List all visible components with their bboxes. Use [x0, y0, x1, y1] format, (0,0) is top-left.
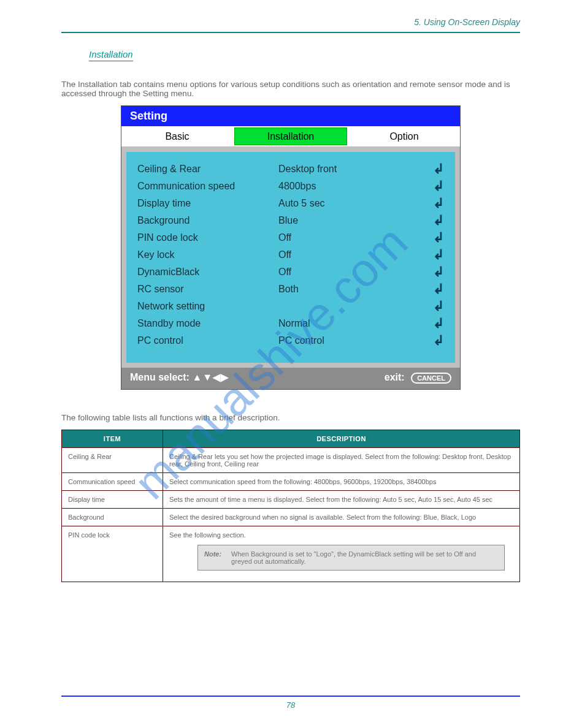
cell-desc: Select communication speed from the foll…	[163, 473, 520, 491]
table-row: Display time Sets the amount of time a m…	[62, 491, 520, 509]
cell-desc: Sets the amount of time a menu is displa…	[163, 491, 520, 509]
osd-row-label: Background	[137, 215, 278, 226]
table-row: PIN code lock See the following section.…	[62, 526, 520, 582]
osd-row[interactable]: PC controlPC control↲	[137, 332, 444, 349]
osd-row-label: PC control	[137, 335, 278, 346]
section-tip: The Installation tab contains menu optio…	[61, 80, 520, 98]
osd-row[interactable]: Key lockOff↲	[137, 246, 444, 264]
osd-row[interactable]: Network setting↲	[137, 298, 444, 315]
cell-item: PIN code lock	[62, 526, 163, 582]
table-intro: The following table lists all functions …	[61, 413, 520, 422]
enter-icon: ↲	[432, 316, 444, 332]
tab-basic[interactable]: Basic	[121, 126, 233, 146]
cell-item: Display time	[62, 491, 163, 509]
osd-row-label: Network setting	[137, 301, 278, 312]
osd-row-label: Display time	[137, 198, 278, 209]
enter-icon: ↲	[432, 247, 444, 263]
osd-row-label: PIN code lock	[137, 232, 278, 243]
tab-bar: Basic Installation Option	[121, 126, 460, 147]
arrow-icons: ▲▼◀▶	[192, 372, 229, 382]
enter-icon: ↲	[432, 178, 444, 194]
table-row: Ceiling & Rear Ceiling & Rear lets you s…	[62, 448, 520, 473]
page-header: 5. Using On-Screen Display	[61, 17, 520, 33]
osd-row[interactable]: Ceiling & RearDesktop front↲	[137, 161, 444, 178]
osd-row-label: Communication speed	[137, 181, 278, 192]
panel-footer: Menu select: ▲▼◀▶ exit: CANCEL	[121, 368, 460, 389]
footer-left-label: Menu select:	[130, 372, 190, 382]
osd-row[interactable]: DynamicBlackOff↲	[137, 264, 444, 281]
osd-row-label: RC sensor	[137, 284, 278, 295]
cell-desc: See the following section.	[169, 531, 246, 539]
table-row: Background Select the desired background…	[62, 509, 520, 526]
osd-row[interactable]: BackgroundBlue↲	[137, 212, 444, 229]
enter-icon: ↲	[432, 230, 444, 246]
enter-icon: ↲	[432, 264, 444, 280]
osd-row-label: Key lock	[137, 249, 278, 260]
tab-installation[interactable]: Installation	[234, 127, 347, 145]
col-item: ITEM	[62, 430, 163, 448]
osd-row-value: Normal	[278, 318, 432, 329]
enter-icon: ↲	[432, 195, 444, 211]
enter-icon: ↲	[432, 281, 444, 297]
osd-row-value: PC control	[278, 335, 432, 346]
osd-row-value: Auto 5 sec	[278, 198, 432, 209]
osd-row[interactable]: Standby modeNormal↲	[137, 315, 444, 332]
panel-title: Setting	[121, 106, 460, 126]
osd-row-value: Desktop front	[278, 164, 432, 175]
osd-row[interactable]: Communication speed4800bps↲	[137, 178, 444, 195]
enter-icon: ↲	[432, 333, 444, 349]
cell-desc-wrap: See the following section. Note: When Ba…	[163, 526, 520, 582]
osd-row[interactable]: RC sensorBoth↲	[137, 281, 444, 298]
page-number: 78	[61, 696, 520, 710]
osd-row-label: Ceiling & Rear	[137, 164, 278, 175]
cell-item: Ceiling & Rear	[62, 448, 163, 473]
osd-row-label: DynamicBlack	[137, 267, 278, 278]
cell-desc: Select the desired background when no si…	[163, 509, 520, 526]
section-title: Installation	[89, 49, 133, 61]
note-label: Note:	[204, 550, 221, 565]
osd-row-label: Standby mode	[137, 318, 278, 329]
note-box: Note: When Background is set to "Logo", …	[197, 545, 505, 571]
enter-icon: ↲	[432, 298, 444, 314]
note-text: When Background is set to "Logo", the Dy…	[231, 550, 498, 565]
col-desc: DESCRIPTION	[163, 430, 520, 448]
osd-row[interactable]: PIN code lockOff↲	[137, 229, 444, 246]
osd-row-value: Blue	[278, 215, 432, 226]
description-table: ITEM DESCRIPTION Ceiling & Rear Ceiling …	[61, 430, 520, 582]
osd-row-value: Off	[278, 267, 432, 278]
osd-row-value: Both	[278, 284, 432, 295]
osd-row-value: Off	[278, 249, 432, 260]
tab-option[interactable]: Option	[348, 126, 460, 146]
osd-setting-panel: Setting Basic Installation Option Ceilin…	[121, 105, 461, 390]
cell-item: Communication speed	[62, 473, 163, 491]
osd-row-value: Off	[278, 232, 432, 243]
osd-row-value: 4800bps	[278, 181, 432, 192]
cell-item: Background	[62, 509, 163, 526]
panel-body: Ceiling & RearDesktop front↲ Communicati…	[126, 152, 455, 363]
osd-row[interactable]: Display timeAuto 5 sec↲	[137, 195, 444, 212]
cancel-button-icon: CANCEL	[411, 373, 451, 384]
table-row: Communication speed Select communication…	[62, 473, 520, 491]
enter-icon: ↲	[432, 161, 444, 177]
cell-desc: Ceiling & Rear lets you set how the proj…	[163, 448, 520, 473]
footer-right-label: exit:	[385, 372, 405, 382]
enter-icon: ↲	[432, 213, 444, 229]
